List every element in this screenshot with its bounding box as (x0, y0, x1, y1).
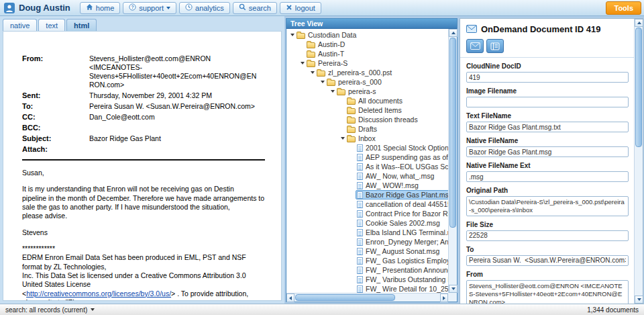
tree-item[interactable]: Elba Island LNG Terminal.msg (286, 228, 448, 237)
tree-item-label: FW_ Gas Logistics Employee Me (366, 257, 448, 265)
file-icon (357, 276, 363, 283)
tab-html[interactable]: html (66, 19, 97, 32)
expand-toggle-icon[interactable] (290, 34, 294, 36)
tree-item[interactable]: Enron_Dynegy Merger; Antitrus (286, 237, 448, 246)
file-icon (357, 248, 363, 255)
email-body: Susan, It is my understanding that Enron… (22, 169, 268, 301)
horizontal-scrollbar-thumb[interactable] (295, 294, 395, 301)
user-avatar-icon (4, 3, 15, 13)
file-icon (357, 154, 363, 161)
tree-item[interactable]: Inbox (286, 134, 448, 143)
file-icon (357, 238, 363, 246)
nav-logout[interactable]: logout (280, 2, 321, 14)
field-label: CloudNine DocID (466, 62, 629, 70)
sent-value: Thursday, November 29, 2001 4:32 PM (89, 91, 212, 100)
folder-icon (337, 89, 345, 95)
tree-item[interactable]: As it Was--EOL USGas Screen C (286, 162, 448, 171)
nav-support[interactable]: ? support (123, 2, 176, 14)
tab-native[interactable]: native (3, 19, 37, 32)
tree-item[interactable]: AEP suspending gas as of 11_2 (286, 152, 448, 162)
tree-item[interactable]: Drafts (286, 124, 448, 134)
document-count: 1,344 documents (587, 306, 639, 314)
tree-panel-title: Tree View (286, 19, 457, 29)
search-scope-dropdown[interactable]: search: all records (current) (5, 306, 95, 314)
expand-toggle-icon[interactable] (301, 62, 305, 64)
vertical-scrollbar-thumb[interactable] (635, 28, 642, 147)
file-icon (357, 210, 363, 218)
tree-item[interactable]: pereira-s_000 (286, 77, 448, 87)
to-input[interactable] (466, 255, 629, 266)
nav-search[interactable]: search (233, 2, 277, 14)
tree-item[interactable]: FW_ August Sonat.msg (286, 246, 448, 256)
tree-item[interactable]: Contract Price for Bazor Ridge E (286, 209, 448, 218)
file-size-input[interactable] (466, 230, 629, 241)
field-label: To (466, 246, 629, 253)
tree-vertical-scrollbar[interactable] (448, 29, 457, 293)
tree-item[interactable]: All documents (286, 96, 448, 105)
tree-item[interactable]: FW_ Wire Detail for 10_25_01 w (286, 284, 448, 293)
tree-item[interactable]: FW_ Varibus Outstanding Invoic (286, 275, 448, 284)
nav-analytics[interactable]: analytics (179, 2, 230, 14)
tree-item-label: Contract Price for Bazor Ridge E (366, 210, 448, 218)
tree-horizontal-scrollbar[interactable] (286, 293, 448, 302)
tree-item-label: FW_ August Sonat.msg (366, 247, 439, 255)
scroll-left-button[interactable] (286, 294, 294, 302)
toolbar-divider (460, 57, 635, 58)
arrow-up-icon (451, 32, 455, 34)
arrow-left-icon (289, 296, 292, 300)
tree-item[interactable]: Austin-D (286, 40, 448, 49)
text-filename-input[interactable] (466, 122, 629, 132)
tree-item-label: As it Was--EOL USGas Screen C (366, 163, 448, 171)
field-label: Native FileName (466, 137, 629, 144)
tree-item[interactable]: 2001 Special Stock Option Gran (286, 143, 448, 152)
tools-button[interactable]: Tools (606, 1, 641, 15)
scroll-right-button[interactable] (440, 294, 448, 302)
tree-item[interactable]: FW_ Gas Logistics Employee Me (286, 256, 448, 265)
expand-toggle-icon[interactable] (311, 71, 315, 74)
tree-item-label: FW_ Wire Detail for 10_25_01 w (366, 285, 448, 293)
body-greeting: Susan, (22, 169, 268, 177)
question-circle-icon: ? (129, 3, 136, 12)
tree-item[interactable]: AW_ Now, what_.msg (286, 171, 448, 181)
tree-item[interactable]: Deleted Items (286, 105, 448, 115)
tree-item[interactable]: Cookie Sales 2002.msg (286, 218, 448, 228)
expand-toggle-icon[interactable] (321, 81, 325, 83)
scroll-up-button[interactable] (635, 19, 643, 27)
native-filename-input[interactable] (466, 146, 629, 157)
original-path-box[interactable]: \Custodian Data\Pereira-S\zl_pereira-s_0… (466, 196, 629, 216)
tree-item-label: Inbox (358, 134, 376, 142)
creativecommons-link[interactable]: http://creativecommons.org/licenses/by/3… (26, 289, 171, 298)
scroll-up-button[interactable] (449, 29, 458, 37)
arrow-up-icon (637, 21, 641, 24)
field-label: Image Filename (466, 87, 629, 95)
tree-item[interactable]: FW_ Presentation Announcemen (286, 265, 448, 275)
address-book-button[interactable] (486, 39, 504, 53)
viewer-tabs: native text html (0, 16, 284, 32)
tree-item[interactable]: Pereira-S (286, 58, 448, 68)
nav-home[interactable]: home (80, 2, 121, 14)
image-filename-input[interactable] (466, 97, 629, 107)
tab-text[interactable]: text (38, 19, 65, 32)
from-box[interactable]: Stevens_Hollister@eott.com@ENRON <IMCEAN… (466, 280, 629, 304)
field-label: From (466, 271, 629, 278)
tree-item[interactable]: pereira-s (286, 87, 448, 96)
tree-item-label: All documents (358, 97, 402, 105)
cloudnine-docid-input[interactable] (466, 72, 629, 83)
details-vertical-scrollbar[interactable] (634, 19, 643, 304)
native-filename-ext-input[interactable] (466, 171, 629, 182)
tree-item[interactable]: cancellation of deal 4455157355 (286, 199, 448, 209)
tree-item-selected[interactable]: Bazor Ridge Gas Plant.msg (286, 190, 448, 199)
scroll-down-button[interactable] (635, 296, 643, 304)
expand-toggle-icon[interactable] (341, 137, 345, 140)
scroll-down-button[interactable] (449, 285, 458, 293)
email-view-button[interactable] (466, 39, 484, 53)
subject-label: Subject: (22, 134, 89, 143)
tree-item[interactable]: AW_ WOW!.msg (286, 181, 448, 190)
tree-item[interactable]: Austin-T (286, 49, 448, 58)
tree-item[interactable]: Discussion threads (286, 115, 448, 124)
tree-item[interactable]: Custodian Data (286, 30, 448, 40)
vertical-scrollbar-thumb[interactable] (449, 38, 456, 228)
tree-item[interactable]: zl_pereira-s_000.pst (286, 68, 448, 77)
cc-value: Dan_Cole@eott.com (89, 113, 155, 122)
expand-toggle-icon[interactable] (331, 90, 335, 93)
